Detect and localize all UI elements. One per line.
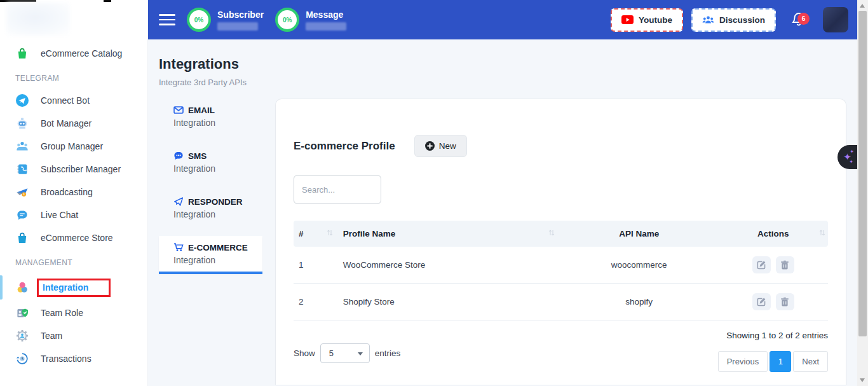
sidebar-item-label: Live Chat xyxy=(41,210,78,220)
message-progress-ring: 0% xyxy=(275,8,299,32)
subnav-item-sms[interactable]: SMS Integration xyxy=(159,144,262,180)
delete-button[interactable] xyxy=(776,256,794,273)
subscriber-stat-label: Subscriber xyxy=(217,10,264,20)
sidebar-item-label: Team xyxy=(41,331,62,341)
sidebar-item-team[interactable]: Team xyxy=(0,324,147,347)
sms-bubble-icon xyxy=(173,151,184,161)
sparkle-small-icon: ✦ xyxy=(849,159,853,165)
sidebar-item-group-manager[interactable]: Group Manager xyxy=(0,135,147,158)
row-index: 1 xyxy=(299,260,304,270)
scroll-down-arrow-icon[interactable] xyxy=(860,378,865,382)
discussion-button-label: Discussion xyxy=(719,15,765,25)
ai-assistant-button[interactable]: ✦ ✦ ✦ xyxy=(837,145,857,169)
subnav-item-ecommerce[interactable]: E-COMMERCE Integration xyxy=(159,236,262,274)
notifications-button[interactable]: 6 xyxy=(791,11,806,28)
sidebar-item-transactions[interactable]: Transactions xyxy=(0,347,147,370)
topbar: 0% Subscriber 0% Message Youtube Discuss… xyxy=(148,0,857,39)
sort-icon[interactable] xyxy=(548,229,555,238)
edit-button[interactable] xyxy=(752,293,771,310)
profile-name-cell: Shopify Store xyxy=(343,297,395,307)
plus-circle-icon xyxy=(425,141,435,151)
table-row: 2 Shopify Store shopify xyxy=(294,284,828,321)
telegram-icon xyxy=(15,93,29,107)
sidebar-item-live-chat[interactable]: Live Chat xyxy=(0,203,147,226)
page-size-value: 5 xyxy=(329,348,334,358)
logo-strip xyxy=(0,0,36,2)
subscriber-progress-ring: 0% xyxy=(187,8,211,32)
youtube-button[interactable]: Youtube xyxy=(611,8,683,32)
sidebar-item-label: Group Manager xyxy=(41,141,103,151)
sidebar-item-team-role[interactable]: Team Role xyxy=(0,301,147,324)
vertical-scrollbar[interactable] xyxy=(857,0,868,386)
user-avatar[interactable] xyxy=(823,7,848,32)
sidebar: eCommerce Catalog TELEGRAM Connect Bot B… xyxy=(0,0,148,386)
shopping-bag-green-icon xyxy=(15,46,29,60)
discussion-people-icon xyxy=(702,15,714,25)
sidebar-item-label: Connect Bot xyxy=(41,95,90,106)
sidebar-item-label: Subscriber Manager xyxy=(41,164,121,174)
group-icon xyxy=(15,139,29,153)
column-header-index[interactable]: # xyxy=(299,229,304,238)
integration-subnav: EMAIL Integration SMS Integration xyxy=(159,99,262,274)
scrollbar-thumb[interactable] xyxy=(858,11,867,336)
sidebar-item-label: Team Role xyxy=(41,308,83,318)
sidebar-item-label: Transactions xyxy=(41,354,92,364)
chevron-down-icon xyxy=(358,352,363,355)
sidebar-item-subscriber-manager[interactable]: Subscriber Manager xyxy=(0,158,147,181)
hamburger-menu-icon[interactable] xyxy=(159,14,175,25)
subscriber-stat-value-blurred xyxy=(217,22,258,31)
column-header-actions[interactable]: Actions xyxy=(757,229,789,238)
sidebar-item-ecommerce-catalog[interactable]: eCommerce Catalog xyxy=(0,42,147,65)
page-size-select[interactable]: 5 xyxy=(320,343,370,363)
sidebar-item-broadcasting[interactable]: 1 Broadcasting xyxy=(0,181,147,203)
new-profile-button[interactable]: New xyxy=(414,135,467,157)
row-index: 2 xyxy=(299,297,304,307)
entries-label: entries xyxy=(375,348,401,358)
sort-icon[interactable] xyxy=(327,229,333,238)
sidebar-item-integration[interactable]: Integration xyxy=(0,273,147,301)
sidebar-item-ecommerce-store[interactable]: eCommerce Store xyxy=(0,226,147,249)
page-subtitle: Integrate 3rd Party APIs xyxy=(159,78,857,87)
sidebar-item-label: Integration xyxy=(43,282,88,293)
scroll-up-arrow-icon[interactable] xyxy=(860,4,865,8)
sidebar-item-label: eCommerce Store xyxy=(41,233,113,243)
showing-entries-text: Showing 1 to 2 of 2 entries xyxy=(726,331,828,340)
integration-circles-icon xyxy=(15,280,29,294)
sidebar-item-bot-manager[interactable]: Bot Manager xyxy=(0,112,147,135)
logo-strip-2 xyxy=(104,0,111,2)
discussion-button[interactable]: Discussion xyxy=(691,8,776,32)
contact-book-icon xyxy=(15,162,29,176)
new-button-label: New xyxy=(439,141,456,151)
subnav-item-email[interactable]: EMAIL Integration xyxy=(159,99,262,134)
subnav-item-responder[interactable]: RESPONDER Integration xyxy=(159,190,262,226)
profile-name-cell: WooCommerce Store xyxy=(343,260,426,270)
column-header-profile-name[interactable]: Profile Name xyxy=(343,229,396,238)
sidebar-item-label: Broadcasting xyxy=(41,187,93,197)
subnav-item-title: RESPONDER xyxy=(188,197,243,207)
delete-button[interactable] xyxy=(776,293,794,310)
next-page-button[interactable]: Next xyxy=(793,351,828,372)
subnav-item-title: E-COMMERCE xyxy=(188,243,248,252)
previous-page-button[interactable]: Previous xyxy=(718,351,768,372)
edit-button[interactable] xyxy=(752,256,771,273)
subnav-item-title: SMS xyxy=(188,151,207,161)
trash-icon xyxy=(780,260,789,270)
subscriber-stat: 0% Subscriber xyxy=(187,8,264,32)
message-stat: 0% Message xyxy=(275,8,346,32)
sparkle-small-icon: ✦ xyxy=(850,149,854,155)
ecommerce-profile-card: E-commerce Profile New # xyxy=(275,99,846,385)
column-header-api-name[interactable]: API Name xyxy=(560,221,719,247)
main-content: Integrations Integrate 3rd Party APIs EM… xyxy=(148,39,857,386)
youtube-button-label: Youtube xyxy=(639,15,672,25)
sidebar-item-connect-bot[interactable]: Connect Bot xyxy=(0,89,147,112)
current-page-button[interactable]: 1 xyxy=(770,351,791,372)
card-title: E-commerce Profile xyxy=(294,140,395,153)
shopping-bag-blue-icon xyxy=(15,231,29,245)
table-header-row: # Profile Name API Name Actions xyxy=(294,221,828,247)
api-name-cell: woocommerce xyxy=(560,251,719,279)
sort-icon[interactable] xyxy=(819,229,825,238)
search-input[interactable] xyxy=(294,175,381,204)
chat-bubble-icon xyxy=(15,208,29,222)
sidebar-section-management: MANAGEMENT xyxy=(0,249,147,273)
sidebar-item-label: Bot Manager xyxy=(41,118,92,128)
